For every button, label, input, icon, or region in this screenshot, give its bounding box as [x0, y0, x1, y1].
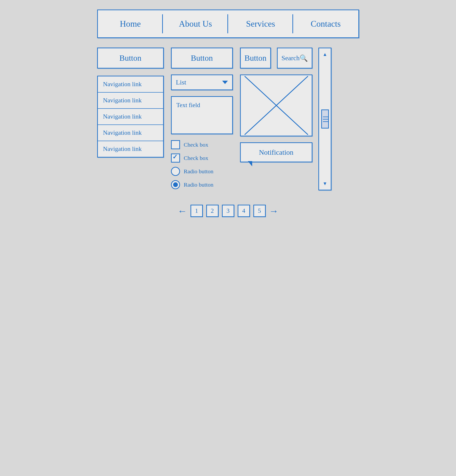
nav-item-contacts[interactable]: Contacts	[293, 10, 358, 37]
top-row: Button Search 🔍	[240, 48, 313, 68]
nav-label-about: About Us	[179, 19, 212, 29]
checkbox-0-label: Check box	[184, 142, 208, 148]
scroll-track	[319, 59, 331, 179]
nav-link-3[interactable]: Navigation link	[98, 125, 163, 141]
scroll-down-arrow-icon[interactable]: ▼	[321, 179, 329, 188]
scroll-thumb[interactable]	[321, 110, 329, 128]
form-elements: Check box Check box Radio button Radio b…	[171, 140, 233, 189]
nav-links-box: Navigation link Navigation link Navigati…	[97, 76, 164, 158]
dropdown-label: List	[176, 78, 186, 86]
radio-1[interactable]	[171, 180, 180, 189]
page-2-button[interactable]: 2	[206, 205, 219, 217]
nav-label-contacts: Contacts	[311, 19, 341, 29]
text-field[interactable]: Text field	[171, 96, 233, 134]
notification-bubble: Notification	[240, 142, 313, 162]
dropdown-arrow-icon	[222, 81, 228, 84]
page-wrapper: Home About Us Services Contacts Button N…	[97, 9, 359, 217]
nav-item-about[interactable]: About Us	[163, 10, 228, 37]
checkbox-row-1: Check box	[171, 153, 233, 162]
scroll-up-arrow-icon[interactable]: ▲	[321, 50, 329, 59]
right-main: Button Search 🔍 Notification	[240, 48, 313, 190]
nav-label-home: Home	[120, 19, 141, 29]
nav-link-2[interactable]: Navigation link	[98, 109, 163, 125]
radio-0-label: Radio button	[184, 168, 214, 175]
radio-0[interactable]	[171, 167, 180, 176]
pagination-prev-button[interactable]: ←	[178, 205, 187, 217]
radio-1-label: Radio button	[184, 182, 214, 188]
nav-link-1[interactable]: Navigation link	[98, 93, 163, 109]
search-box[interactable]: Search 🔍	[277, 48, 312, 68]
button-1-label: Button	[119, 53, 141, 62]
search-icon: 🔍	[300, 54, 308, 62]
page-4-button[interactable]: 4	[238, 205, 250, 217]
scrollbar[interactable]: ▲ ▼	[318, 48, 331, 190]
dropdown[interactable]: List	[171, 75, 233, 90]
button-3-label: Button	[245, 53, 267, 62]
placeholder-svg	[241, 75, 312, 136]
page-5-button[interactable]: 5	[253, 205, 266, 217]
checkbox-1-label: Check box	[184, 155, 208, 161]
nav-item-services[interactable]: Services	[228, 10, 293, 37]
main-content: Button Navigation link Navigation link N…	[97, 48, 359, 190]
checkbox-0[interactable]	[171, 140, 180, 149]
page-3-button[interactable]: 3	[222, 205, 234, 217]
button-3[interactable]: Button	[240, 48, 271, 68]
button-1[interactable]: Button	[97, 48, 164, 68]
nav-label-services: Services	[246, 19, 275, 29]
left-column: Button Navigation link Navigation link N…	[97, 48, 164, 158]
button-2[interactable]: Button	[171, 48, 233, 68]
right-section: Button Search 🔍 Notification	[240, 48, 332, 190]
search-label: Search	[282, 54, 300, 62]
notification-label: Notification	[259, 148, 293, 156]
textfield-label: Text field	[176, 102, 200, 109]
nav-item-home[interactable]: Home	[98, 10, 163, 37]
checkbox-row-0: Check box	[171, 140, 233, 149]
nav-link-4[interactable]: Navigation link	[98, 141, 163, 157]
nav-link-0[interactable]: Navigation link	[98, 76, 163, 93]
image-placeholder	[240, 75, 313, 136]
button-2-label: Button	[191, 53, 213, 62]
pagination: ← 1 2 3 4 5 →	[97, 205, 359, 217]
navbar: Home About Us Services Contacts	[97, 9, 359, 38]
checkbox-1[interactable]	[171, 153, 180, 162]
radio-row-1: Radio button	[171, 180, 233, 189]
middle-column: Button List Text field Check box Check b…	[171, 48, 233, 189]
pagination-next-button[interactable]: →	[269, 205, 279, 217]
radio-row-0: Radio button	[171, 167, 233, 176]
page-1-button[interactable]: 1	[190, 205, 203, 217]
